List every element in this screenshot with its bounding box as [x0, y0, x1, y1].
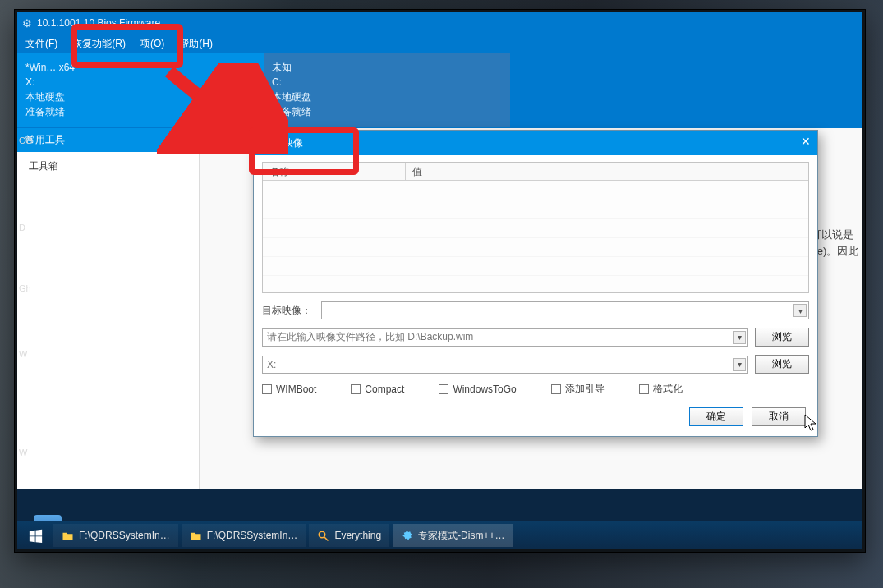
taskbar-item-3-label: Everything — [334, 530, 381, 541]
session-x-line1: *Win… x64 — [25, 60, 255, 75]
desktop-fragment-cg: CG — [19, 136, 33, 145]
row-target: 目标映像： ▾ — [262, 301, 809, 319]
dialog-titlebar[interactable]: 释放映像 ✕ — [254, 131, 817, 155]
svg-point-0 — [320, 531, 326, 538]
folder-icon — [190, 530, 202, 542]
chk-wimboot-label: WIMBoot — [276, 384, 316, 395]
session-card-x[interactable]: *Win… x64 X: 本地硬盘 准备就绪 — [17, 53, 264, 127]
checkbox-row: WIMBoot Compact WindowsToGo 添加引导 格式化 — [262, 382, 809, 396]
chk-wimboot[interactable]: WIMBoot — [262, 382, 316, 396]
chevron-down-icon[interactable]: ▾ — [733, 331, 746, 344]
session-strip: *Win… x64 X: 本地硬盘 准备就绪 未知 C: 本地硬盘 准备就绪 — [17, 53, 865, 127]
taskbar-item-dism[interactable]: 专家模式-Dism++… — [393, 524, 513, 547]
ok-button[interactable]: 确定 — [689, 407, 743, 426]
target-combo[interactable]: ▾ — [321, 301, 809, 319]
desktop-fragment-w1: W — [19, 349, 27, 359]
checkbox-icon — [639, 384, 649, 394]
desktop-fragment-d: D — [19, 223, 25, 232]
taskbar-item-2-label: F:\QDRSSystemIn… — [207, 530, 298, 541]
monitor-viewport: CG D Gh W W ⚙ 10.1.1001.10 Bios Firmware… — [15, 10, 865, 552]
sidebar: 常用工具 工具箱 — [17, 128, 200, 489]
chevron-down-icon[interactable]: ▾ — [793, 304, 807, 317]
cancel-button[interactable]: 取消 — [752, 407, 806, 426]
row-drive: X: ▾ 浏览 — [262, 355, 809, 374]
app-icon: ⚙ — [22, 17, 32, 30]
checkbox-icon — [551, 384, 561, 394]
chk-windowstogo[interactable]: WindowsToGo — [439, 382, 516, 396]
folder-icon — [62, 530, 74, 542]
taskbar-item-explorer-1[interactable]: F:\QDRSSystemIn… — [53, 524, 178, 547]
session-c-line3: 本地硬盘 — [272, 90, 502, 104]
taskbar-item-explorer-2[interactable]: F:\QDRSSystemIn… — [182, 524, 306, 547]
grid-header: 名称 值 — [263, 163, 808, 181]
chk-format-label: 格式化 — [653, 382, 683, 396]
menu-help[interactable]: 帮助(H) — [179, 37, 213, 51]
menubar: 文件(F) 恢复功能(R) 项(O) 帮助(H) — [17, 34, 865, 53]
chk-format[interactable]: 格式化 — [639, 382, 683, 396]
chk-addboot-label: 添加引导 — [565, 382, 605, 396]
release-image-dialog: 释放映像 ✕ 名称 值 目标映像： ▾ 请在此输入映像文件路径，比如 D:\Ba… — [253, 130, 818, 437]
dialog-title: 释放映像 — [264, 136, 303, 150]
titlebar[interactable]: ⚙ 10.1.1001.10 Bios Firmware — [17, 12, 865, 34]
session-c-line4: 准备就绪 — [272, 104, 502, 119]
title-text: 10.1.1001.10 Bios Firmware — [37, 17, 160, 29]
label-target: 目标映像： — [262, 304, 315, 318]
start-button[interactable] — [21, 524, 50, 547]
session-card-c[interactable]: 未知 C: 本地硬盘 准备就绪 — [264, 53, 510, 127]
session-x-line4: 准备就绪 — [25, 104, 255, 119]
col-value[interactable]: 值 — [406, 163, 808, 180]
taskbar-item-1-label: F:\QDRSSystemIn… — [79, 530, 170, 541]
menu-recover[interactable]: 恢复功能(R) — [72, 37, 126, 51]
session-c-line1: 未知 — [272, 60, 502, 75]
session-c-line2: C: — [272, 75, 502, 90]
chk-compact-label: Compact — [365, 384, 404, 395]
sidebar-item-toolbox[interactable]: 工具箱 — [17, 152, 199, 181]
desktop-fragment-w2: W — [19, 448, 27, 457]
browse-image-button[interactable]: 浏览 — [755, 328, 809, 347]
session-x-line2: X: — [25, 75, 255, 90]
svg-line-1 — [324, 537, 329, 541]
close-icon[interactable]: ✕ — [778, 135, 811, 151]
chk-wtg-label: WindowsToGo — [453, 384, 516, 395]
session-x-line3: 本地硬盘 — [25, 90, 255, 104]
dialog-footer: 确定 取消 — [262, 407, 809, 426]
search-icon — [317, 530, 329, 542]
dialog-body: 名称 值 目标映像： ▾ 请在此输入映像文件路径，比如 D:\Backup.wi… — [254, 155, 817, 436]
menu-options[interactable]: 项(O) — [140, 37, 164, 51]
row-path: 请在此输入映像文件路径，比如 D:\Backup.wim ▾ 浏览 — [262, 328, 809, 347]
taskbar: F:\QDRSSystemIn… F:\QDRSSystemIn… Everyt… — [17, 521, 862, 549]
checkbox-icon — [351, 384, 361, 394]
taskbar-item-everything[interactable]: Everything — [309, 524, 389, 547]
chk-addboot[interactable]: 添加引导 — [551, 382, 605, 396]
browse-drive-button[interactable]: 浏览 — [755, 355, 809, 374]
windows-icon — [29, 529, 43, 543]
menu-file[interactable]: 文件(F) — [25, 37, 57, 51]
chevron-down-icon[interactable]: ▾ — [733, 358, 746, 371]
gear-icon — [401, 530, 413, 542]
col-name[interactable]: 名称 — [263, 163, 406, 180]
checkbox-icon — [262, 384, 272, 394]
desktop-fragment-gh: Gh — [19, 283, 31, 293]
image-list-grid[interactable]: 名称 值 — [262, 162, 809, 293]
taskbar-item-4-label: 专家模式-Dism++… — [418, 529, 504, 543]
checkbox-icon — [439, 384, 448, 394]
image-path-input[interactable]: 请在此输入映像文件路径，比如 D:\Backup.wim ▾ — [262, 328, 748, 347]
chk-compact[interactable]: Compact — [351, 382, 404, 396]
sidebar-tab-common[interactable]: 常用工具 — [17, 128, 199, 152]
target-drive-input[interactable]: X: ▾ — [262, 356, 748, 374]
